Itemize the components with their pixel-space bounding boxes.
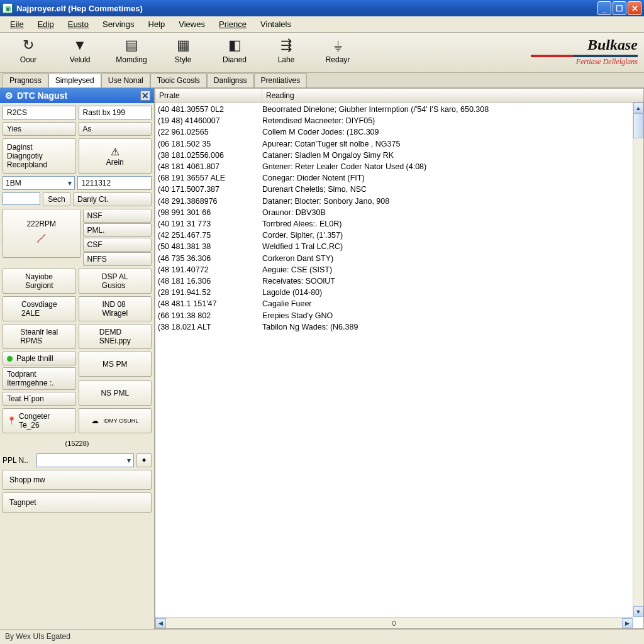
menu-prience[interactable]: Prience [213,18,253,31]
btn-cosvdiage[interactable]: Cosvdiage 2ALE [3,296,76,321]
menu-file[interactable]: Eile [4,18,30,31]
menu-help[interactable]: Help [142,18,172,31]
cell-prrate: (48 181 4061.807 [158,161,262,172]
btn-dspal[interactable]: DSP AL Gusios [79,269,152,294]
table-row[interactable]: (40 191 31 773Torrbred Alees:. EL0R) [158,218,643,230]
menu-views[interactable]: Viewes [172,18,211,31]
tb-lahe-label: Lahe [278,55,295,64]
scroll-down-icon[interactable]: ▼ [633,606,643,617]
table-row[interactable]: (40 171.5007.387Durenart Cheletis; Simo,… [158,184,643,195]
tb-oour[interactable]: ↻Oour [4,35,53,65]
danly-field[interactable]: Danly Ct. [73,192,152,206]
field-as[interactable]: As [79,122,152,136]
mspm-button[interactable]: MS PM [79,352,152,377]
select-1bm[interactable]: 1BM [3,176,75,190]
table-row[interactable]: (06 181.502 35Apurear: Cotan'Tuger slt n… [158,138,643,150]
field-rastt[interactable]: Rastt bx 199 [79,106,152,119]
arein-button[interactable]: ⚠ Arein [79,138,152,174]
tab-danlignss[interactable]: Danlignss [207,73,254,87]
idmy-button[interactable]: ☁IDMY OSUHL [79,408,152,433]
field-r2cs[interactable]: R2CS [3,106,76,119]
tb-momding[interactable]: ▤Momding [107,35,156,65]
table-row[interactable]: (48 481.1 151'47Cagalie Fueer [158,298,643,309]
col-reading[interactable]: Reading [262,91,643,100]
nspm-button[interactable]: NS PML [79,380,152,406]
menu-edit[interactable]: Edip [31,18,60,31]
sidebar: ⚙ DTC Nagust ✕ R2CS Rastt bx 199 Yies As… [0,88,155,629]
input-1211312[interactable]: 1211312 [77,176,152,190]
table-row[interactable]: (46 735 36.306Corkeron Dant STY) [158,253,643,264]
tab-tooic[interactable]: Tooic Gcosls [150,73,207,87]
close-button[interactable]: ✕ [628,1,641,15]
table-row[interactable]: (50 481.381 38Weldfied 1 Tral LC,RC) [158,241,643,252]
code-csf[interactable]: CSF [83,238,152,252]
sech-button[interactable]: Sech [43,192,70,206]
ppl-select[interactable] [36,453,134,467]
ppl-label: PPL N.. [3,456,34,465]
minimize-button[interactable]: _ [597,1,611,15]
menu-servings[interactable]: Servings [96,18,141,31]
ppl-add-button[interactable]: ✦ [136,453,152,467]
table-row[interactable]: (38 181.02556.006Cataner: Sladlen M Onga… [158,150,643,161]
tab-pragnoss[interactable]: Pragnoss [3,73,48,87]
grid-icon: ▦ [174,36,192,54]
todprant-row[interactable]: Todprant Iterrmgehne :. [3,367,76,390]
scroll-thumb[interactable] [633,113,643,138]
brand-logo: Bulkase Fertiase Dellelglans [531,36,638,67]
table-row[interactable]: (48 181 4061.807Gntener: Reter Lealer Co… [158,161,643,172]
empty-input[interactable] [3,192,40,205]
tab-simpleysed[interactable]: Simpleysed [48,73,101,87]
menu-vintalels[interactable]: Vintalels [254,18,297,31]
horizontal-scrollbar[interactable]: ◀ 0 ▶ [155,617,633,628]
tagnpet-button[interactable]: Tagnpet [3,492,152,513]
shopp-button[interactable]: Shopp mw [3,470,152,490]
tab-use-nonal[interactable]: Use Nonal [101,73,150,87]
tb-dianed-label: Dianed [223,55,247,64]
table-row[interactable]: (68 191 36557 ALEConegar: Dioder Notent … [158,172,643,184]
panel-close-button[interactable]: ✕ [140,91,150,101]
table-row[interactable]: (28 191.941.52Lagolde (014-80) [158,287,643,298]
table-row[interactable]: (48 181 16.306Receivates: SOOlUT [158,275,643,287]
sidebar-header: ⚙ DTC Nagust ✕ [0,88,154,103]
rpm-gauge[interactable]: 222RPM ⟋ [3,209,80,258]
tb-dianed[interactable]: ◧Dianed [210,35,259,65]
field-yies[interactable]: Yies [3,122,76,136]
cell-reading: Durenart Cheletis; Simo, NSC [262,184,643,195]
scroll-left-icon[interactable]: ◀ [155,618,166,628]
col-prrate[interactable]: Prrate [155,89,262,102]
maximize-button[interactable]: ☐ [613,1,626,15]
btn-nayiobe[interactable]: Nayiobe Surgiont [3,269,76,294]
vertical-scrollbar[interactable]: ▲ ▼ [633,103,643,617]
menu-eusto[interactable]: Eusto [62,18,95,31]
table-row[interactable]: (19 48) 41460007Retendised Macneeter: DI… [158,115,643,126]
scroll-up-icon[interactable]: ▲ [633,103,643,113]
cell-reading: Receivates: SOOlUT [262,275,643,287]
btn-demd[interactable]: DEMD SNEi.ppy [79,324,152,349]
table-row[interactable]: (38 18.021 ALTTabilon Ng Wades: (N6.389 [158,321,643,333]
table-row[interactable]: (98 991 301 66Oraunor: DBV30B [158,207,643,218]
table-row[interactable]: (66 191.38 802Erepies Stad'y GNO [158,310,643,321]
congeter-button[interactable]: 📍Congeter Te_26 [3,408,76,433]
code-pml[interactable]: PML. [83,223,152,237]
teat-row[interactable]: Teat H`pon [3,392,76,406]
status-bar: By Wex UIs Egated [0,629,644,643]
btn-steanlr[interactable]: Steanlr leal RPMS [3,324,76,349]
tb-redayr[interactable]: ⏚Redayr [313,35,362,65]
tab-prentiatives[interactable]: Prentiatives [254,73,308,87]
scroll-right-icon[interactable]: ▶ [622,618,633,628]
tb-style[interactable]: ▦Style [158,35,208,65]
table-row[interactable]: (22 961.02565Collem M Coder Jodes: (18C.… [158,126,643,138]
table-row[interactable]: (48 191.40772Aeguie: CSE (SIST) [158,264,643,275]
tb-style-label: Style [175,55,192,64]
paple-row[interactable]: Paple thnill [3,352,76,365]
code-nffs[interactable]: NFFS [83,252,152,266]
btn-ind08[interactable]: IND 08 Wiragel [79,296,152,321]
cell-prrate: (98 991 301 66 [158,207,262,218]
tb-lahe[interactable]: ⇶Lahe [262,35,311,65]
table-row[interactable]: (48 291.3868976Dataner: Blocter: Sonbory… [158,196,643,207]
tb-veluld[interactable]: ▼Veluld [55,35,104,65]
table-row[interactable]: (40 481.30557 0L2Beoorrated Dinelone; Gi… [158,104,643,115]
code-nsf[interactable]: NSF [83,209,152,223]
table-row[interactable]: (42 251.467.75Corder, Siplter, (1'.357) [158,230,643,241]
diagnostic-box[interactable]: Daginst Diagngotiy Recepbland [3,138,76,174]
